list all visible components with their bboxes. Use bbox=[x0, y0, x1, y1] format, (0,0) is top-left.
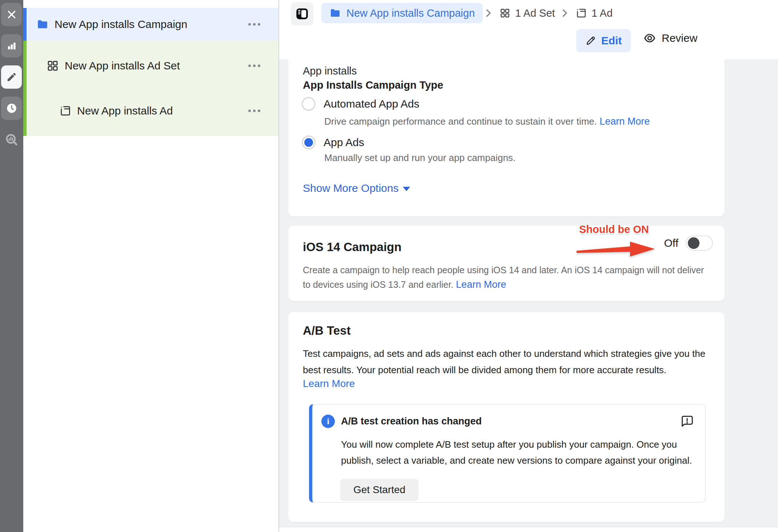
radio-option-app-ads[interactable]: App Ads bbox=[302, 136, 364, 149]
bar-chart-icon bbox=[6, 40, 17, 51]
ab-test-title: A/B Test bbox=[303, 324, 350, 338]
folder-icon bbox=[36, 18, 49, 31]
left-toolbar-rail bbox=[0, 0, 23, 532]
learn-more-link[interactable]: Learn More bbox=[456, 279, 506, 290]
campaign-type-title: App Installs Campaign Type bbox=[303, 79, 443, 91]
radio-option-label: App Ads bbox=[324, 136, 364, 149]
annotation-should-be-on: Should be ON bbox=[579, 223, 649, 235]
history-button[interactable] bbox=[1, 97, 22, 120]
breadcrumb-adset[interactable]: 1 Ad Set bbox=[500, 6, 555, 20]
caret-down-icon bbox=[403, 187, 410, 191]
option-description: Drive campaign performance and continue … bbox=[324, 116, 650, 127]
ios14-toggle-switch[interactable] bbox=[686, 235, 713, 251]
folder-icon bbox=[329, 7, 341, 19]
ab-test-card: A/B Test Test campaigns, ad sets and ads… bbox=[288, 312, 725, 522]
learn-more-link[interactable]: Learn More bbox=[303, 378, 355, 390]
radio-option-automated-app-ads[interactable]: Automated App Ads bbox=[302, 97, 420, 111]
ab-test-description: Test campaigns, ad sets and ads against … bbox=[303, 346, 721, 378]
ios14-toggle-group: Off bbox=[664, 235, 713, 251]
search-insights-icon bbox=[5, 133, 19, 147]
search-insights-button[interactable] bbox=[0, 133, 23, 147]
ad-options-menu-icon[interactable] bbox=[246, 108, 262, 114]
review-tab-label: Review bbox=[662, 32, 697, 44]
tree-item-ad[interactable]: New App installs Ad bbox=[23, 94, 278, 127]
review-tab[interactable]: Review bbox=[643, 32, 697, 44]
breadcrumb-adset-label: 1 Ad Set bbox=[515, 7, 555, 19]
close-icon bbox=[6, 9, 17, 20]
ios14-campaign-card: iOS 14 Campaign Off Create a campaign to… bbox=[288, 226, 725, 301]
notice-body: You will now complete A/B test setup aft… bbox=[341, 436, 694, 468]
side-panel-icon bbox=[294, 6, 310, 21]
chevron-right-icon bbox=[559, 8, 570, 19]
campaign-objective: App installs bbox=[303, 65, 357, 77]
breadcrumb-campaign[interactable]: New App installs Campaign bbox=[321, 3, 483, 23]
tree-item-label: New App installs Ad bbox=[77, 105, 173, 117]
ios14-description: Create a campaign to help reach people u… bbox=[303, 263, 710, 292]
breadcrumb-ad[interactable]: 1 Ad bbox=[576, 6, 613, 20]
ad-frame-icon bbox=[576, 8, 587, 19]
charts-button[interactable] bbox=[1, 34, 22, 57]
get-started-button[interactable]: Get Started bbox=[340, 479, 418, 501]
radio-option-label: Automated App Ads bbox=[324, 98, 420, 110]
notice-header: i A/B test creation has changed bbox=[321, 414, 694, 428]
chevron-right-icon bbox=[483, 8, 494, 19]
ios14-card-title: iOS 14 Campaign bbox=[303, 240, 401, 254]
tree-adset-group: New App installs Ad Set New App installs… bbox=[23, 41, 278, 136]
breadcrumb-ad-label: 1 Ad bbox=[591, 7, 613, 19]
feedback-bubble-icon[interactable] bbox=[680, 414, 694, 428]
info-icon: i bbox=[321, 415, 335, 428]
campaign-type-card: App installs App Installs Campaign Type … bbox=[288, 59, 725, 217]
ad-set-grid-icon bbox=[500, 8, 510, 19]
campaign-tree-panel: New App installs Campaign New App instal… bbox=[23, 0, 279, 532]
adset-options-menu-icon[interactable] bbox=[246, 63, 262, 69]
edit-mode-button[interactable] bbox=[1, 65, 22, 89]
next-card-top-edge bbox=[278, 527, 778, 532]
collapse-panel-button[interactable] bbox=[291, 2, 313, 25]
breadcrumb-campaign-label: New App installs Campaign bbox=[346, 7, 475, 19]
ad-frame-icon bbox=[60, 105, 71, 117]
option-description-text: Drive campaign performance and continue … bbox=[324, 116, 597, 127]
clock-icon bbox=[6, 102, 17, 114]
radio-selected-icon[interactable] bbox=[302, 136, 316, 149]
learn-more-link[interactable]: Learn More bbox=[599, 116, 650, 127]
annotation-arrow-icon bbox=[576, 239, 661, 259]
option-description-text: Manually set up and run your app campaig… bbox=[324, 152, 516, 163]
pencil-outline-icon bbox=[585, 35, 596, 46]
show-more-options-label: Show More Options bbox=[303, 182, 398, 194]
campaign-selected-stripe bbox=[23, 8, 27, 41]
content-scroll-area[interactable]: App installs App Installs Campaign Type … bbox=[278, 59, 778, 532]
eye-icon bbox=[643, 32, 656, 44]
edit-tab-label: Edit bbox=[601, 35, 622, 47]
ad-set-grid-icon bbox=[47, 60, 59, 72]
campaign-options-menu-icon[interactable] bbox=[246, 21, 262, 28]
tree-item-adset[interactable]: New App installs Ad Set bbox=[23, 49, 278, 82]
pencil-icon bbox=[6, 72, 17, 82]
tree-item-campaign[interactable]: New App installs Campaign bbox=[23, 8, 278, 41]
notice-title: A/B test creation has changed bbox=[341, 416, 482, 427]
ab-test-notice-box: i A/B test creation has changed You will… bbox=[309, 404, 706, 503]
show-more-options-link[interactable]: Show More Options bbox=[303, 182, 410, 194]
tree-item-label: New App installs Ad Set bbox=[65, 60, 180, 72]
tree-item-label: New App installs Campaign bbox=[55, 18, 187, 31]
edit-tab[interactable]: Edit bbox=[576, 29, 631, 52]
toggle-state-label: Off bbox=[664, 237, 678, 249]
option-description: Manually set up and run your app campaig… bbox=[324, 152, 516, 164]
close-button[interactable] bbox=[1, 3, 22, 26]
radio-unselected-icon[interactable] bbox=[302, 97, 316, 111]
main-area: New App installs Campaign 1 Ad Set 1 Ad … bbox=[278, 0, 778, 532]
toggle-knob bbox=[688, 237, 699, 249]
